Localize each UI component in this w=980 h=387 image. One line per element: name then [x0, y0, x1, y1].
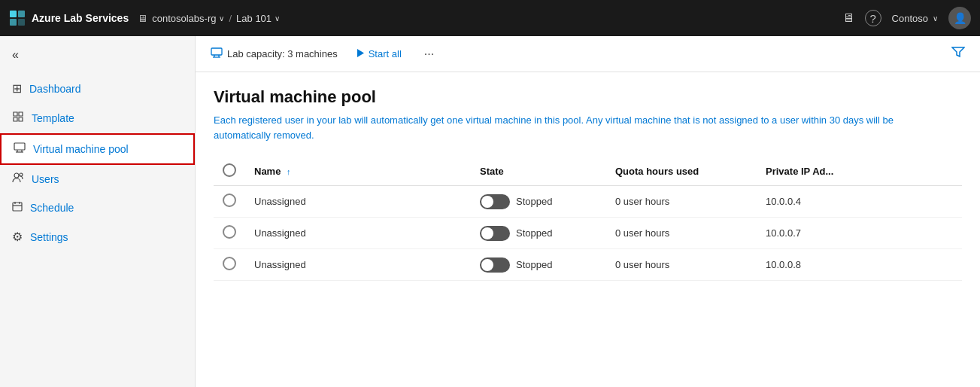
- lab-chevron-icon: ∨: [275, 14, 280, 23]
- row-check-cell: [214, 186, 245, 218]
- account-name: Contoso: [892, 13, 928, 24]
- row-ip-cell: 10.0.0.8: [757, 249, 962, 281]
- svg-rect-4: [14, 143, 25, 150]
- sidebar-item-label: Schedule: [30, 202, 74, 214]
- col-header-check: [214, 157, 245, 186]
- sidebar-item-dashboard[interactable]: ⊞ Dashboard: [0, 74, 195, 103]
- users-icon: [12, 172, 24, 186]
- row-radio-2[interactable]: [223, 257, 236, 270]
- dashboard-icon: ⊞: [12, 81, 22, 96]
- svg-point-8: [14, 173, 19, 178]
- main-layout: « ⊞ Dashboard Template V: [0, 36, 980, 387]
- row-radio-0[interactable]: [223, 194, 236, 207]
- collapse-icon: «: [12, 48, 19, 62]
- sidebar-item-schedule[interactable]: Schedule: [0, 194, 195, 222]
- svg-point-9: [20, 173, 23, 176]
- lab-capacity-text: Lab capacity: 3 machines: [227, 48, 338, 59]
- table-header-row: Name ↑ State Quota hours used Private IP…: [214, 157, 962, 186]
- page-content: Virtual machine pool Each registered use…: [196, 72, 980, 387]
- row-check-cell: [214, 218, 245, 249]
- toolbar: Lab capacity: 3 machines Start all ···: [196, 36, 980, 72]
- svg-rect-10: [13, 203, 22, 211]
- template-icon: [12, 111, 24, 126]
- row-quota-cell: 0 user hours: [606, 186, 757, 218]
- filter-icon[interactable]: [951, 46, 965, 62]
- svg-rect-14: [211, 48, 222, 55]
- vm-toggle-2[interactable]: [480, 257, 510, 273]
- svg-rect-2: [10, 19, 17, 26]
- breadcrumb-resource-group[interactable]: contosolabs-rg ∨: [152, 13, 224, 24]
- vm-toggle-1[interactable]: [480, 226, 510, 241]
- col-header-quota: Quota hours used: [606, 157, 757, 186]
- row-name-cell: Unassigned: [245, 249, 471, 281]
- account-chevron-icon: ∨: [933, 14, 938, 23]
- app-logo: Azure Lab Services: [9, 10, 129, 26]
- start-all-button[interactable]: Start all: [350, 45, 408, 63]
- row-quota-cell: 0 user hours: [606, 249, 757, 281]
- sidebar-item-label: Dashboard: [29, 83, 81, 95]
- sort-icon: ↑: [287, 167, 291, 176]
- state-label: Stopped: [516, 196, 552, 207]
- account-menu[interactable]: Contoso ∨: [892, 13, 938, 24]
- logo-icon: [9, 10, 26, 26]
- vm-pool-icon: [14, 142, 26, 156]
- breadcrumb-sep: /: [229, 13, 232, 24]
- col-header-name[interactable]: Name ↑: [245, 157, 471, 186]
- header-radio[interactable]: [223, 163, 236, 177]
- app-title: Azure Lab Services: [32, 12, 129, 24]
- breadcrumb-lab[interactable]: Lab 101 ∨: [236, 13, 280, 24]
- sidebar-item-settings[interactable]: ⚙ Settings: [0, 222, 195, 251]
- row-name-cell: Unassigned: [245, 218, 471, 249]
- row-radio-1[interactable]: [223, 225, 236, 239]
- row-ip-cell: 10.0.0.4: [757, 186, 962, 218]
- sidebar-collapse-button[interactable]: «: [0, 42, 195, 68]
- col-header-ip: Private IP Ad...: [757, 157, 962, 186]
- page-title: Virtual machine pool: [214, 87, 962, 107]
- sidebar-item-label: Virtual machine pool: [33, 143, 129, 155]
- table-row: Unassigned Stopped 0 user hours 10.0.0.4: [214, 186, 962, 218]
- row-state-cell: Stopped: [471, 218, 606, 249]
- avatar[interactable]: 👤: [948, 7, 971, 29]
- settings-icon: ⚙: [12, 230, 23, 244]
- more-icon: ···: [424, 47, 434, 60]
- sidebar-item-template[interactable]: Template: [0, 103, 195, 133]
- sidebar: « ⊞ Dashboard Template V: [0, 36, 196, 387]
- lab-capacity: Lab capacity: 3 machines: [211, 47, 338, 60]
- svg-rect-1: [18, 11, 25, 17]
- row-quota-cell: 0 user hours: [606, 218, 757, 249]
- row-ip-cell: 10.0.0.7: [757, 218, 962, 249]
- start-icon: [356, 48, 365, 60]
- table-row: Unassigned Stopped 0 user hours 10.0.0.7: [214, 218, 962, 249]
- sidebar-item-label: Settings: [30, 231, 68, 243]
- row-state-cell: Stopped: [471, 186, 606, 218]
- monitor-toolbar-icon: [211, 47, 223, 60]
- content-area: Lab capacity: 3 machines Start all ···: [196, 36, 980, 387]
- breadcrumb-monitor-icon: 🖥: [138, 13, 147, 24]
- breadcrumb: 🖥 contosolabs-rg ∨ / Lab 101 ∨: [138, 13, 280, 24]
- page-description: Each registered user in your lab will au…: [214, 113, 906, 142]
- monitor-icon[interactable]: 🖥: [842, 11, 854, 25]
- vm-toggle-0[interactable]: [480, 194, 510, 209]
- svg-rect-3: [18, 19, 25, 26]
- row-state-cell: Stopped: [471, 249, 606, 281]
- table-body: Unassigned Stopped 0 user hours 10.0.0.4…: [214, 186, 962, 281]
- row-name-cell: Unassigned: [245, 186, 471, 218]
- svg-rect-0: [10, 11, 17, 17]
- row-check-cell: [214, 249, 245, 281]
- topnav-icons: 🖥 ? Contoso ∨ 👤: [842, 7, 971, 29]
- state-label: Stopped: [516, 259, 552, 270]
- svg-marker-18: [357, 49, 364, 57]
- vm-table: Name ↑ State Quota hours used Private IP…: [214, 157, 962, 281]
- help-icon[interactable]: ?: [865, 10, 881, 26]
- sidebar-item-vm-pool[interactable]: Virtual machine pool: [0, 133, 195, 165]
- avatar-icon: 👤: [954, 12, 966, 24]
- sidebar-item-label: Template: [32, 112, 74, 124]
- more-options-button[interactable]: ···: [420, 44, 438, 64]
- schedule-icon: [12, 201, 23, 215]
- top-nav: Azure Lab Services 🖥 contosolabs-rg ∨ / …: [0, 0, 980, 36]
- col-header-state: State: [471, 157, 606, 186]
- state-label: Stopped: [516, 227, 552, 239]
- table-row: Unassigned Stopped 0 user hours 10.0.0.8: [214, 249, 962, 281]
- rg-chevron-icon: ∨: [219, 14, 224, 23]
- sidebar-item-users[interactable]: Users: [0, 165, 195, 194]
